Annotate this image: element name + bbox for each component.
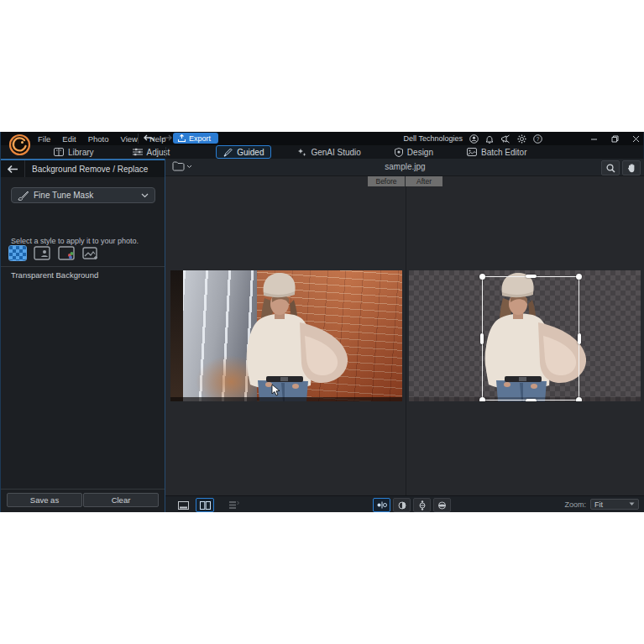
tab-design[interactable]: Design: [389, 145, 439, 159]
before-tab[interactable]: Before: [368, 176, 405, 186]
menu-file[interactable]: File: [38, 134, 50, 144]
account-name: Dell Technologies: [404, 134, 463, 143]
style-options: [9, 246, 99, 260]
zoom-value: Fit: [594, 500, 603, 509]
export-label: Export: [189, 134, 211, 143]
menu-photo[interactable]: Photo: [88, 134, 109, 144]
save-as-button[interactable]: Save as: [7, 493, 82, 507]
before-after-tabs: Before After: [165, 176, 644, 186]
photo-background-icon[interactable]: [34, 246, 50, 260]
tab-design-label: Design: [407, 148, 433, 157]
selection-handle-left[interactable]: [480, 333, 484, 344]
selection-bounding-box[interactable]: [482, 276, 579, 401]
mode-tab-bar: Library Adjust Guided GenAI Studio Desi: [1, 145, 643, 159]
help-icon[interactable]: ?: [533, 134, 542, 144]
selection-handle-right[interactable]: [578, 333, 581, 344]
viewer-toolbar: Zoom: Fit: [165, 495, 644, 512]
photodirector-window: File Edit Photo View Help Export Dell Te…: [0, 132, 644, 512]
account-icon[interactable]: [469, 134, 479, 144]
brush-icon: [18, 191, 29, 201]
redo-icon[interactable]: [161, 134, 172, 143]
minimize-button[interactable]: [590, 135, 598, 143]
tab-genai-studio[interactable]: GenAI Studio: [291, 145, 366, 159]
woman-photo-subject: [170, 270, 402, 401]
close-button[interactable]: [632, 135, 640, 143]
tab-guided[interactable]: Guided: [216, 145, 271, 159]
selection-handle-top[interactable]: [526, 275, 537, 278]
page: { "titlebar": { "menu": ["File", "Edit",…: [0, 0, 644, 644]
zoom-dropdown[interactable]: Fit: [590, 499, 639, 510]
photodirector-logo: [8, 134, 31, 156]
divider: [138, 134, 139, 144]
compare-split-left-right-button[interactable]: [393, 498, 411, 512]
tab-genai-label: GenAI Studio: [311, 148, 360, 157]
zoom-label: Zoom:: [564, 500, 586, 509]
selection-handle-bottom[interactable]: [526, 399, 537, 401]
fine-tune-mask-label: Fine Tune Mask: [34, 191, 93, 200]
undo-icon[interactable]: [144, 134, 154, 143]
titlebar: File Edit Photo View Help Export Dell Te…: [1, 132, 643, 145]
ground-shadow: [170, 397, 402, 401]
canvas: [165, 176, 644, 495]
viewer-header: sample.jpg: [165, 159, 644, 176]
tab-adjust[interactable]: Adjust: [127, 145, 176, 159]
sparkle-icon: [297, 148, 306, 157]
compare-overlay-button[interactable]: [433, 498, 451, 512]
fine-tune-mask-dropdown[interactable]: Fine Tune Mask: [11, 187, 155, 203]
batch-editor-icon: [467, 148, 477, 156]
divider: [1, 489, 165, 490]
back-button[interactable]: [1, 160, 25, 177]
tab-batch-editor[interactable]: Batch Editor: [461, 145, 532, 159]
notifications-icon[interactable]: [485, 134, 494, 144]
svg-text:?: ?: [537, 135, 540, 141]
design-badge-icon: [395, 148, 403, 157]
side-by-side-view-button[interactable]: [196, 498, 214, 512]
guided-pen-icon: [223, 148, 233, 157]
divider: [1, 266, 165, 267]
clear-button[interactable]: Clear: [83, 493, 159, 507]
panel-header: Background Remove / Replace: [1, 159, 165, 177]
apply-to-all-icon: [224, 498, 243, 512]
pane-divider: [406, 176, 406, 495]
adjust-sliders-icon: [133, 148, 143, 156]
transparent-background-icon[interactable]: [9, 246, 26, 260]
selection-handle-top-right[interactable]: [576, 274, 582, 280]
filename-label: sample.jpg: [165, 162, 644, 171]
chevron-down-icon: [629, 502, 635, 506]
zoom-tool-button[interactable]: [601, 160, 620, 175]
announcements-icon[interactable]: [500, 134, 510, 144]
panel-title: Background Remove / Replace: [25, 165, 148, 174]
after-tab[interactable]: After: [406, 176, 442, 186]
editor-main: sample.jpg Before After: [165, 159, 644, 512]
color-background-icon[interactable]: [58, 246, 75, 260]
tab-batch-label: Batch Editor: [481, 148, 526, 157]
selection-handle-bottom-right[interactable]: [576, 397, 582, 401]
compare-side-by-side-button[interactable]: [373, 498, 390, 512]
settings-gear-icon[interactable]: [517, 134, 526, 144]
menu-edit[interactable]: Edit: [62, 134, 76, 144]
menu-view[interactable]: View: [121, 134, 138, 144]
export-button[interactable]: Export: [173, 133, 218, 144]
after-image[interactable]: [409, 270, 641, 401]
tab-guided-label: Guided: [237, 148, 264, 157]
single-view-button[interactable]: [174, 498, 192, 512]
selection-handle-top-left[interactable]: [479, 274, 485, 280]
custom-image-background-icon[interactable]: [82, 246, 99, 260]
restore-button[interactable]: [611, 135, 619, 143]
tab-adjust-label: Adjust: [147, 148, 170, 157]
style-instruction: Select a style to apply it to your photo…: [11, 237, 139, 245]
pan-hand-tool-button[interactable]: [622, 160, 641, 175]
chevron-down-icon: [141, 193, 149, 198]
compare-mode-group: [373, 498, 451, 512]
tab-library-label: Library: [68, 148, 94, 157]
compare-split-top-bottom-button[interactable]: [413, 498, 431, 512]
export-icon: [178, 134, 186, 142]
selection-handle-bottom-left[interactable]: [479, 397, 485, 401]
tab-library[interactable]: Library: [48, 145, 100, 159]
library-icon: [54, 148, 64, 156]
guided-side-panel: Background Remove / Replace Fine Tune Ma…: [1, 159, 165, 512]
mouse-cursor: [271, 384, 280, 396]
selected-style-name: Transparent Background: [11, 270, 98, 280]
before-image[interactable]: [170, 270, 402, 401]
divider: [165, 147, 166, 157]
